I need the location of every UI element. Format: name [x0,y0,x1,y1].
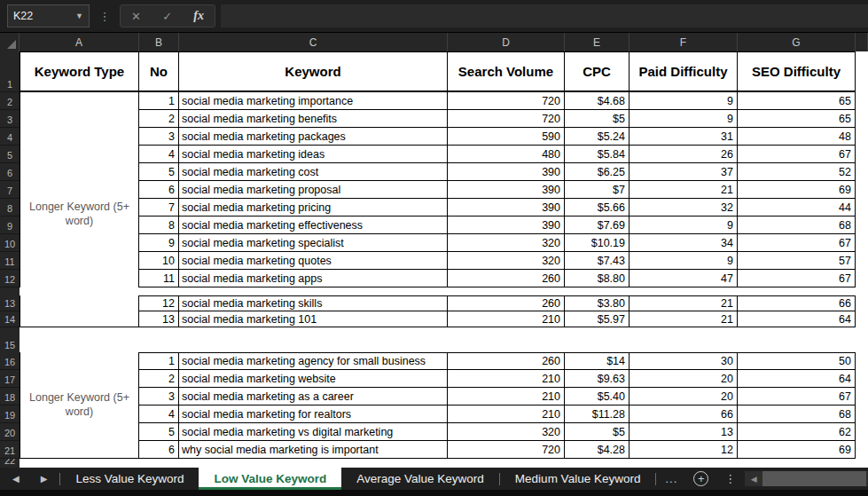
row-header-18[interactable]: 18 [0,388,20,405]
cell-F18[interactable]: 20 [629,388,738,405]
cell-B17[interactable]: 2 [139,370,179,388]
column-header-G[interactable]: G [738,33,856,51]
header-cell-C1[interactable]: Keyword [179,51,448,92]
cell-G17[interactable]: 64 [738,370,856,388]
cell-C9[interactable]: social media marketing effectiveness [179,217,448,234]
row-header-16[interactable]: 16 [0,352,20,370]
cell-B20[interactable]: 5 [139,423,179,441]
cell-C4[interactable]: social media marketing packages [179,128,448,146]
new-sheet-icon[interactable]: + [693,471,708,486]
cell-D8[interactable]: 390 [448,199,565,217]
tab-overflow-button[interactable]: ... [656,472,686,485]
cell-E2[interactable]: $4.68 [565,92,629,110]
cell-E18[interactable]: $5.40 [565,388,629,405]
cell-E17[interactable]: $9.63 [565,370,629,388]
cell-F21[interactable]: 12 [629,441,738,459]
cell-D11[interactable]: 320 [448,252,565,270]
cell-D12[interactable]: 260 [448,270,565,287]
row-header-10[interactable]: 10 [0,234,20,252]
row-header-6[interactable]: 6 [0,163,20,181]
next-sheet-icon[interactable]: ▶ [41,474,48,484]
keyword-type-cell[interactable]: Longer Keyword (5+ word) [20,92,139,287]
cell-G13[interactable]: 66 [738,295,856,311]
cell-F13[interactable]: 21 [629,295,738,311]
row-header-5[interactable]: 5 [0,146,20,163]
header-cell-E1[interactable]: CPC [565,51,629,92]
cell-C11[interactable]: social media marketing quotes [179,252,448,270]
cell-C12[interactable]: social media marketing apps [179,270,448,287]
cell-B3[interactable]: 2 [139,110,179,128]
name-box[interactable]: K22 ▼ [7,4,90,28]
cell-D10[interactable]: 320 [448,234,565,252]
cell-C5[interactable]: social media marketing ideas [179,146,448,163]
scrollbar-thumb[interactable] [762,471,866,486]
cell-G3[interactable]: 65 [738,110,856,128]
cell-G10[interactable]: 67 [738,234,856,252]
cell-F12[interactable]: 47 [629,270,738,287]
cell-B12[interactable]: 11 [139,270,179,287]
cell-G2[interactable]: 65 [738,92,856,110]
cell-C6[interactable]: social media marketing cost [179,163,448,181]
prev-sheet-icon[interactable]: ◀ [12,474,20,484]
cell-C19[interactable]: social media marketing for realtors [179,405,448,423]
cell-F11[interactable]: 9 [629,252,738,270]
cell-F3[interactable]: 9 [629,110,738,128]
cell-G9[interactable]: 68 [738,217,856,234]
cell-C20[interactable]: social media marketing vs digital market… [179,423,448,441]
row-header-4[interactable]: 4 [0,128,20,146]
cell-B2[interactable]: 1 [139,92,179,110]
header-cell-B1[interactable]: No [139,51,179,92]
cell-D21[interactable]: 720 [448,441,565,459]
cell-E20[interactable]: $5 [565,423,629,441]
cell-D9[interactable]: 390 [448,217,565,234]
row-header-11[interactable]: 11 [0,252,20,270]
cell-C18[interactable]: social media marketing as a career [179,388,448,405]
cancel-icon[interactable]: ✕ [131,10,141,23]
cell-D16[interactable]: 260 [448,352,565,370]
row-header-3[interactable]: 3 [0,110,20,128]
cell-E8[interactable]: $5.66 [565,199,629,217]
column-header-C[interactable]: C [179,33,448,51]
cell-E16[interactable]: $14 [565,352,629,370]
cell-G5[interactable]: 67 [738,146,856,163]
cell-D3[interactable]: 720 [448,110,565,128]
cell-G21[interactable]: 69 [738,441,856,459]
cell-F16[interactable]: 30 [629,352,738,370]
cell-E3[interactable]: $5 [565,110,629,128]
cell-C16[interactable]: social media marketing agency for small … [179,352,448,370]
formula-bar-input[interactable] [221,4,868,28]
cell-B8[interactable]: 7 [139,199,179,217]
cell-G8[interactable]: 44 [738,199,856,217]
cell-E10[interactable]: $10.19 [565,234,629,252]
cell-E12[interactable]: $8.80 [565,270,629,287]
cell-B13[interactable]: 12 [139,295,179,311]
cell-G12[interactable]: 67 [738,270,856,287]
insert-function-icon[interactable]: fx [193,9,204,23]
cell-B5[interactable]: 4 [139,146,179,163]
cell-D20[interactable]: 320 [448,423,565,441]
enter-icon[interactable]: ✓ [162,10,172,23]
row-header-20[interactable]: 20 [0,423,20,441]
cell-B7[interactable]: 6 [139,181,179,199]
cell-F10[interactable]: 34 [629,234,738,252]
cell-C21[interactable]: why social media marketing is important [179,441,448,459]
cell-B21[interactable]: 6 [139,441,179,459]
cell-G6[interactable]: 52 [738,163,856,181]
cell-E19[interactable]: $11.28 [565,405,629,423]
cell-D4[interactable]: 590 [448,128,565,146]
cell-F19[interactable]: 66 [629,405,738,423]
sheet-tab-medium-value-keyword[interactable]: Medium Value Keyword [500,468,656,490]
cell-F6[interactable]: 37 [629,163,738,181]
cell-F20[interactable]: 13 [629,423,738,441]
column-header-F[interactable]: F [629,33,738,51]
row-header-19[interactable]: 19 [0,405,20,423]
row-header-2[interactable]: 2 [0,92,20,110]
cell-D13[interactable]: 260 [448,295,565,311]
keyword-type-cell[interactable] [20,295,139,327]
header-cell-A1[interactable]: Keyword Type [20,51,139,92]
cell-F5[interactable]: 26 [629,146,738,163]
cell-C17[interactable]: social media marketing website [179,370,448,388]
cell-C8[interactable]: social media marketing pricing [179,199,448,217]
cell-D19[interactable]: 210 [448,405,565,423]
scroll-left-icon[interactable]: ◀ [745,475,762,484]
